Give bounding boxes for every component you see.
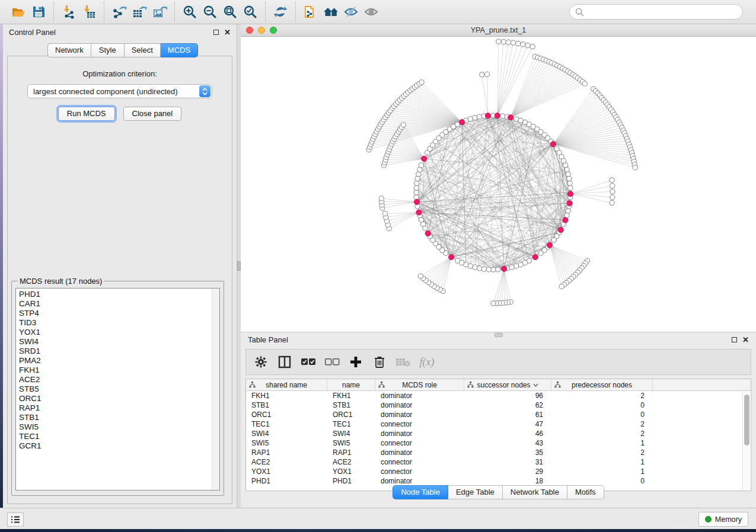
table-row[interactable]: STB1STB1dominator620 — [246, 400, 751, 410]
network-node[interactable] — [568, 185, 573, 190]
cell-successor-nodes[interactable]: 96 — [464, 391, 551, 400]
memory-button[interactable]: Memory — [698, 512, 748, 527]
network-node[interactable] — [633, 165, 637, 170]
cell-name[interactable]: SWI5 — [327, 438, 375, 448]
table-row[interactable]: SWI4SWI4dominator462 — [246, 429, 751, 438]
cell-shared-name[interactable]: RAP1 — [246, 448, 327, 457]
network-node[interactable] — [610, 200, 614, 205]
cell-successor-nodes[interactable]: 35 — [464, 448, 551, 457]
cell-predecessor-nodes[interactable]: 2 — [551, 391, 653, 400]
mcds-node[interactable] — [558, 227, 563, 232]
network-node[interactable] — [414, 181, 419, 185]
mcds-node[interactable] — [449, 254, 454, 259]
mcds-result-item[interactable]: CAR1 — [19, 299, 211, 309]
mcds-result-item[interactable]: ORC1 — [19, 394, 211, 403]
cell-name[interactable]: SWI4 — [327, 429, 375, 438]
close-panel-icon[interactable]: ✕ — [224, 30, 231, 35]
mcds-node[interactable] — [422, 156, 427, 161]
show-graphics-details-icon[interactable] — [361, 3, 381, 21]
table-row[interactable]: SWI5SWI5connector431 — [246, 438, 751, 448]
add-column-icon[interactable] — [347, 353, 365, 371]
mcds-node[interactable] — [563, 217, 568, 223]
network-node[interactable] — [496, 267, 500, 272]
cell-predecessor-nodes[interactable]: 0 — [551, 410, 653, 419]
cell-mcds-role[interactable]: connector — [375, 467, 464, 476]
mcds-node[interactable] — [567, 191, 573, 197]
network-home-icon[interactable] — [321, 3, 341, 21]
open-session-icon[interactable] — [8, 3, 28, 21]
split-panel-icon[interactable] — [276, 353, 294, 371]
cell-predecessor-nodes[interactable]: 2 — [551, 448, 653, 457]
cell-mcds-role[interactable]: dominator — [375, 429, 464, 438]
network-node[interactable] — [511, 40, 516, 45]
network-node[interactable] — [379, 196, 384, 201]
mcds-node[interactable] — [414, 199, 419, 204]
delete-table-icon[interactable] — [394, 353, 412, 371]
table-scrollbar-thumb[interactable] — [744, 395, 749, 446]
cell-successor-nodes[interactable]: 46 — [464, 429, 551, 438]
network-node[interactable] — [477, 114, 482, 119]
network-node[interactable] — [564, 167, 569, 172]
network-node[interactable] — [610, 189, 615, 194]
table-row[interactable]: YOX1YOX1connector291 — [246, 467, 751, 476]
cell-name[interactable]: TEC1 — [327, 419, 375, 429]
tab-style[interactable]: Style — [91, 43, 125, 57]
mcds-node[interactable] — [485, 113, 490, 118]
task-history-button[interactable] — [7, 512, 24, 527]
run-mcds-button[interactable]: Run MCDS — [58, 107, 115, 121]
cell-successor-nodes[interactable]: 61 — [464, 410, 551, 419]
cell-successor-nodes[interactable]: 62 — [464, 400, 551, 410]
cell-successor-nodes[interactable]: 47 — [464, 419, 551, 429]
float-table-panel-icon[interactable] — [732, 337, 737, 342]
cell-name[interactable]: YOX1 — [327, 467, 375, 476]
network-node[interactable] — [415, 177, 420, 181]
cell-mcds-role[interactable]: connector — [375, 419, 464, 429]
network-node[interactable] — [416, 172, 421, 177]
apply-layout-icon[interactable] — [270, 3, 291, 21]
cell-shared-name[interactable]: FKH1 — [246, 391, 327, 400]
table-row[interactable]: ACE2ACE2connector311 — [246, 457, 751, 467]
cell-predecessor-nodes[interactable]: 0 — [551, 400, 653, 410]
network-node[interactable] — [455, 258, 460, 263]
mcds-result-item[interactable]: SWI5 — [19, 422, 211, 432]
cell-mcds-role[interactable]: connector — [375, 457, 464, 467]
search-input[interactable] — [584, 8, 737, 16]
cell-successor-nodes[interactable]: 29 — [464, 467, 551, 476]
network-node[interactable] — [468, 117, 473, 121]
cell-mcds-role[interactable]: connector — [375, 438, 464, 448]
zoom-fit-icon[interactable] — [220, 3, 240, 21]
cell-name[interactable]: PHD1 — [327, 476, 375, 486]
table-settings-gear-icon[interactable] — [252, 353, 270, 371]
network-node[interactable] — [401, 123, 406, 127]
cell-successor-nodes[interactable]: 31 — [464, 457, 551, 467]
window-minimize-button[interactable] — [258, 27, 265, 34]
mcds-result-item[interactable]: FKH1 — [19, 366, 211, 375]
zoom-in-icon[interactable] — [180, 3, 200, 21]
cell-shared-name[interactable]: TEC1 — [246, 419, 327, 429]
mcds-result-item[interactable]: RAP1 — [19, 403, 211, 413]
network-node[interactable] — [473, 116, 477, 120]
cell-successor-nodes[interactable]: 18 — [464, 476, 551, 486]
mcds-result-item[interactable]: STB1 — [19, 413, 211, 422]
mcds-node[interactable] — [502, 266, 507, 271]
column-header-shared-name[interactable]: shared name — [246, 379, 327, 390]
mcds-result-item[interactable]: STP4 — [19, 309, 211, 318]
network-node[interactable] — [551, 238, 556, 242]
export-table-icon[interactable] — [129, 3, 149, 21]
network-node[interactable] — [419, 163, 423, 168]
column-header-mcds-role[interactable]: MCDS role — [375, 379, 464, 390]
mcds-result-item[interactable]: PHD1 — [19, 290, 211, 299]
network-node[interactable] — [491, 267, 496, 272]
network-node[interactable] — [567, 177, 572, 181]
cell-successor-nodes[interactable]: 43 — [464, 438, 551, 448]
network-node[interactable] — [566, 209, 570, 213]
mcds-result-item[interactable]: YOX1 — [19, 328, 211, 337]
cell-shared-name[interactable]: SWI5 — [246, 438, 327, 448]
cell-predecessor-nodes[interactable]: 1 — [551, 467, 653, 476]
cell-mcds-role[interactable]: dominator — [375, 410, 464, 419]
cell-predecessor-nodes[interactable]: 2 — [551, 419, 653, 429]
mcds-result-item[interactable]: PMA2 — [19, 356, 211, 366]
network-node[interactable] — [473, 265, 477, 270]
mcds-result-item[interactable]: GCR1 — [19, 441, 211, 451]
search-box[interactable] — [569, 4, 743, 20]
